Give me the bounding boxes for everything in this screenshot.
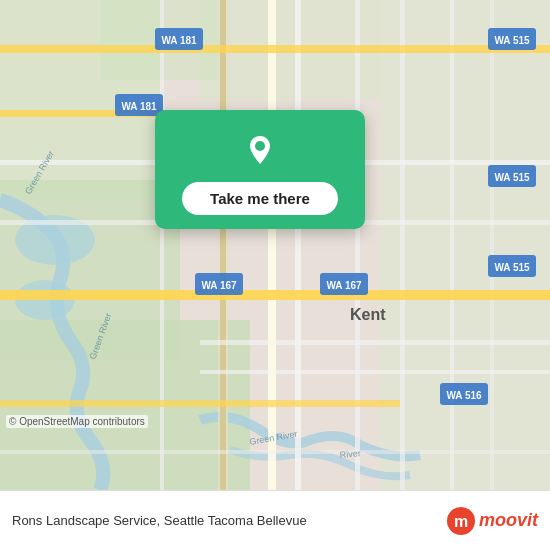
svg-rect-24: [200, 340, 550, 345]
location-pin-icon: [238, 128, 282, 172]
map: WA 181 WA 181 WA 167 WA 167 WA 515 WA 51…: [0, 0, 550, 490]
svg-text:m: m: [454, 513, 468, 530]
svg-rect-25: [200, 370, 550, 374]
moovit-brand-icon: m: [447, 507, 475, 535]
svg-rect-10: [220, 0, 226, 490]
city-label-kent: Kent: [350, 306, 386, 323]
take-me-there-button[interactable]: Take me there: [182, 182, 338, 215]
bottom-bar: Rons Landscape Service, Seattle Tacoma B…: [0, 490, 550, 550]
svg-text:WA 515: WA 515: [494, 172, 530, 183]
moovit-logo: m moovit: [447, 507, 538, 535]
svg-rect-16: [490, 0, 494, 490]
svg-rect-4: [380, 0, 550, 490]
business-name: Rons Landscape Service,: [12, 513, 160, 528]
copyright-text: © OpenStreetMap contributors: [6, 415, 148, 428]
svg-rect-13: [355, 0, 360, 490]
bottom-business-info: Rons Landscape Service, Seattle Tacoma B…: [12, 513, 447, 528]
svg-point-48: [255, 141, 265, 151]
moovit-wordmark: moovit: [479, 510, 538, 531]
svg-text:WA 515: WA 515: [494, 262, 530, 273]
business-location: Seattle Tacoma Bellevue: [164, 513, 307, 528]
svg-text:WA 181: WA 181: [161, 35, 197, 46]
svg-rect-12: [295, 0, 301, 490]
svg-rect-20: [0, 290, 550, 300]
svg-text:WA 516: WA 516: [446, 390, 482, 401]
svg-rect-15: [450, 0, 454, 490]
svg-text:WA 515: WA 515: [494, 35, 530, 46]
popup-card: Take me there: [155, 110, 365, 229]
svg-text:River: River: [339, 448, 361, 460]
svg-rect-11: [268, 0, 276, 490]
svg-rect-18: [0, 45, 550, 53]
svg-text:WA 167: WA 167: [326, 280, 362, 291]
svg-rect-14: [400, 0, 405, 490]
svg-text:WA 167: WA 167: [201, 280, 237, 291]
svg-rect-17: [160, 0, 164, 490]
svg-rect-21: [0, 400, 400, 407]
svg-text:WA 181: WA 181: [121, 101, 157, 112]
svg-rect-26: [0, 450, 550, 454]
